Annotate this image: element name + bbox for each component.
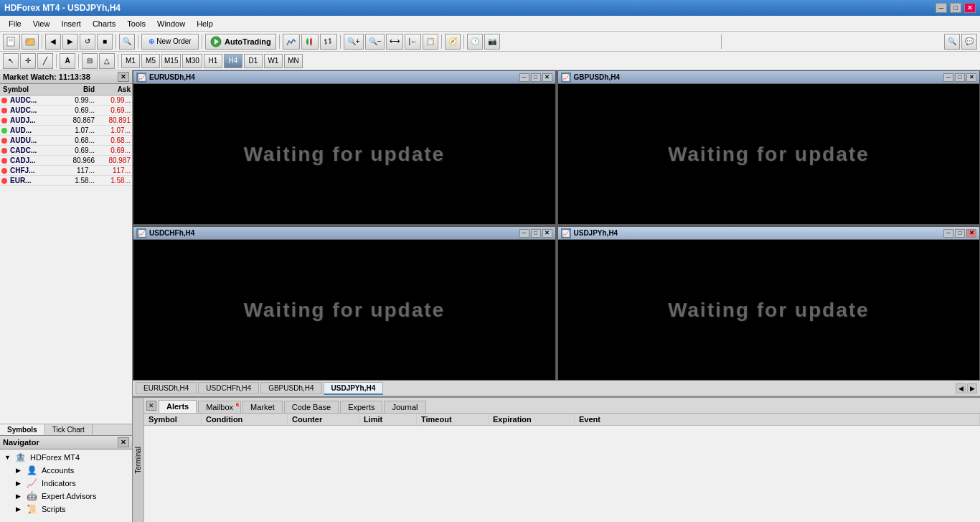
tf-mn[interactable]: MN: [284, 54, 303, 68]
navigator-close[interactable]: ✕: [118, 437, 129, 447]
menu-insert[interactable]: Insert: [55, 18, 87, 29]
bottom-tab-alerts[interactable]: Alerts: [159, 400, 197, 413]
toolbar-clock-btn[interactable]: 🕐: [467, 34, 483, 50]
mw-row-audu[interactable]: AUDU... 0.68... 0.68...: [0, 136, 132, 146]
nav-item-accounts[interactable]: ▶ 👤 Accounts: [1, 464, 131, 477]
chart-tab-gbpusd[interactable]: GBPUSDh,H4: [260, 382, 321, 394]
tab-symbols[interactable]: Symbols: [0, 424, 45, 435]
bottom-tab-market[interactable]: Market: [242, 401, 283, 413]
menu-window[interactable]: Window: [151, 18, 191, 29]
draw-shapes-btn[interactable]: △: [99, 53, 115, 69]
chart-eurusd-close[interactable]: ✕: [542, 73, 552, 82]
chart-usdjpy-body[interactable]: Waiting for update: [558, 240, 980, 380]
mw-row-chfj[interactable]: CHFJ... 117... 117...: [0, 166, 132, 176]
terminal-side-tab[interactable]: Terminal: [133, 398, 144, 522]
bottom-close-btn[interactable]: ✕: [146, 401, 156, 411]
toolbar-chart-type-bar[interactable]: [320, 34, 337, 50]
menu-help[interactable]: Help: [191, 18, 219, 29]
toolbar-zoom-in[interactable]: 🔍+: [344, 34, 364, 50]
toolbar-open-btn[interactable]: [22, 34, 39, 50]
chart-usdchf-close[interactable]: ✕: [542, 229, 552, 238]
tf-h1[interactable]: H1: [204, 54, 222, 68]
draw-line-btn[interactable]: ╱: [37, 53, 53, 69]
minimize-button[interactable]: ─: [936, 3, 947, 13]
tf-m5[interactable]: M5: [141, 54, 160, 68]
bottom-tab-codebase[interactable]: Code Base: [284, 401, 339, 413]
nav-item-hdforex[interactable]: ▼ 🏦 HDForex MT4: [1, 451, 131, 464]
nav-item-indicators[interactable]: ▶ 📈 Indicators: [1, 477, 131, 490]
tf-w1[interactable]: W1: [264, 54, 283, 68]
toolbar-chart-type-line[interactable]: [283, 34, 300, 50]
close-button[interactable]: ✕: [964, 3, 976, 13]
chart-tab-usdchf[interactable]: USDCHFh,H4: [198, 382, 259, 394]
toolbar-back-btn[interactable]: ◀: [45, 34, 61, 50]
tab-tick-chart[interactable]: Tick Chart: [45, 424, 93, 435]
toolbar-forward-btn[interactable]: ▶: [62, 34, 78, 50]
chart-usdjpy-minimize[interactable]: ─: [943, 229, 953, 238]
chart-gbpusd-close[interactable]: ✕: [966, 73, 976, 82]
toolbar-auto-scroll[interactable]: ⟷: [386, 34, 403, 50]
toolbar-navigator-btn[interactable]: 🧭: [445, 34, 461, 50]
chart-gbpusd-restore[interactable]: □: [955, 73, 965, 82]
nav-item-expert-advisors[interactable]: ▶ 🤖 Expert Advisors: [1, 490, 131, 503]
mw-row-cadj[interactable]: CADJ... 80.966 80.987: [0, 156, 132, 166]
drawing-toolbar: ↖ ✛ ╱ A ⊟ △ M1 M5 M15 M30 H1 H4 D1 W1 MN: [0, 52, 980, 70]
chart-eurusd-restore[interactable]: □: [531, 73, 541, 82]
toolbar-chart-type-candle[interactable]: [301, 34, 319, 50]
toolbar-zoom-btn[interactable]: 🔍: [119, 34, 135, 50]
toolbar-zoom-out[interactable]: 🔍−: [365, 34, 385, 50]
text-tool-btn[interactable]: A: [60, 53, 75, 69]
toolbar-data-window[interactable]: 📋: [423, 34, 438, 50]
toolbar-stop-btn[interactable]: ■: [97, 34, 113, 50]
mw-row-audj[interactable]: AUDJ... 80.867 80.891: [0, 116, 132, 126]
toolbar-comment-btn[interactable]: 💬: [961, 34, 977, 50]
market-watch-close[interactable]: ✕: [118, 72, 129, 82]
nav-item-scripts[interactable]: ▶ 📜 Scripts: [1, 503, 131, 516]
mw-row-audc2[interactable]: AUDC... 0.69... 0.69...: [0, 106, 132, 116]
chart-tab-eurusd[interactable]: EURUSDh,H4: [136, 382, 197, 394]
chart-tab-prev[interactable]: ◀: [956, 383, 966, 393]
cursor-btn[interactable]: ↖: [3, 53, 19, 69]
mw-sym-aud: AUD...: [9, 126, 60, 135]
toolbar-new-btn[interactable]: [3, 34, 20, 50]
bottom-tab-journal[interactable]: Journal: [384, 401, 425, 413]
period-sep-btn[interactable]: ⊟: [82, 53, 98, 69]
new-order-button[interactable]: ⊕ New Order: [141, 34, 199, 50]
menu-view[interactable]: View: [27, 18, 56, 29]
tf-h4[interactable]: H4: [224, 54, 242, 68]
chart-gbpusd-minimize[interactable]: ─: [943, 73, 953, 82]
toolbar-screenshot-btn[interactable]: 📷: [484, 34, 500, 50]
mw-row-aud[interactable]: AUD... 1.07... 1.07...: [0, 126, 132, 136]
chart-eurusd-minimize[interactable]: ─: [519, 73, 529, 82]
new-order-label: New Order: [156, 37, 191, 45]
chart-usdjpy-close[interactable]: ✕: [966, 229, 976, 238]
menu-tools[interactable]: Tools: [121, 18, 151, 29]
toolbar-refresh-btn[interactable]: ↺: [80, 34, 95, 50]
chart-usdchf-restore[interactable]: □: [531, 229, 541, 238]
chart-gbpusd-body[interactable]: Waiting for update: [558, 84, 980, 224]
maximize-button[interactable]: □: [950, 3, 961, 13]
navigator-header: Navigator ✕: [0, 436, 132, 449]
crosshair-btn[interactable]: ✛: [20, 53, 36, 69]
mw-row-cadc[interactable]: CADC... 0.69... 0.69...: [0, 146, 132, 156]
chart-tabs-strip: EURUSDh,H4 USDCHFh,H4 GBPUSDh,H4 USDJPYh…: [133, 381, 980, 396]
chart-tab-next[interactable]: ▶: [967, 383, 977, 393]
menu-charts[interactable]: Charts: [87, 18, 121, 29]
toolbar-period-sep[interactable]: |←: [405, 34, 421, 50]
tf-d1[interactable]: D1: [244, 54, 263, 68]
mw-row-eur[interactable]: EUR... 1.58... 1.58...: [0, 176, 132, 186]
tf-m30[interactable]: M30: [182, 54, 202, 68]
chart-usdchf-minimize[interactable]: ─: [519, 229, 529, 238]
chart-usdchf-body[interactable]: Waiting for update: [133, 240, 555, 380]
chart-tab-usdjpy[interactable]: USDJPYh,H4: [324, 382, 384, 395]
bottom-tab-experts[interactable]: Experts: [340, 401, 382, 413]
bottom-tab-mailbox[interactable]: Mailbox 6: [198, 401, 241, 413]
toolbar-search-btn[interactable]: 🔍: [944, 34, 960, 50]
mw-row-audc1[interactable]: AUDC... 0.99... 0.99...: [0, 95, 132, 106]
menu-file[interactable]: File: [3, 18, 27, 29]
tf-m15[interactable]: M15: [161, 54, 181, 68]
chart-eurusd-body[interactable]: Waiting for update: [133, 84, 555, 224]
auto-trading-button[interactable]: AutoTrading: [205, 34, 276, 50]
tf-m1[interactable]: M1: [121, 54, 140, 68]
chart-usdjpy-restore[interactable]: □: [955, 229, 965, 238]
